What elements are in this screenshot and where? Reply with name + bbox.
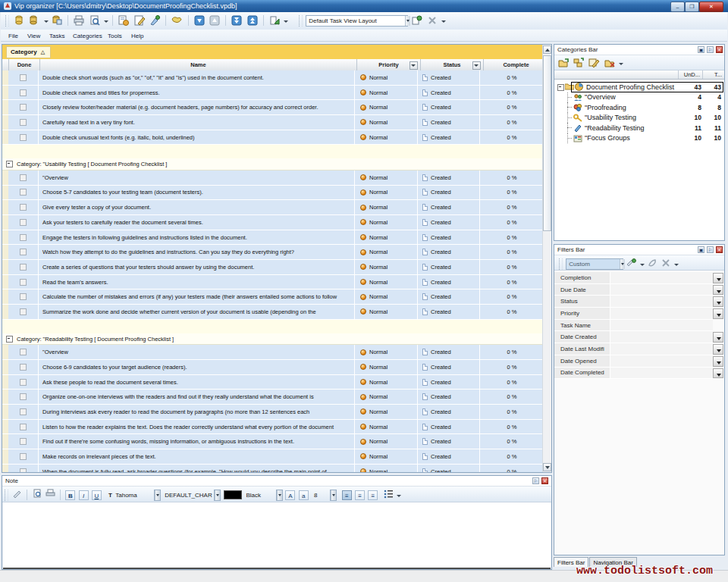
minimize-button[interactable]: – — [670, 2, 685, 12]
done-checkbox[interactable] — [8, 434, 39, 449]
delete-layout-icon[interactable] — [426, 14, 438, 27]
done-checkbox[interactable] — [8, 345, 39, 359]
decrease-font-size-icon[interactable]: a — [299, 490, 309, 500]
table-row[interactable]: During interviews ask every reader to re… — [2, 405, 544, 420]
collapse-node-icon[interactable] — [557, 84, 564, 91]
scroll-down-arrow-icon[interactable] — [543, 463, 551, 471]
table-row[interactable]: Organize one-on-one interviews with the … — [2, 390, 544, 405]
grid-vertical-scrollbar[interactable] — [542, 45, 551, 472]
font-size-dropdown[interactable] — [330, 490, 337, 501]
print-note-icon[interactable] — [46, 489, 55, 501]
done-checkbox[interactable] — [8, 375, 39, 390]
align-center-icon[interactable]: ≡ — [355, 490, 365, 500]
column-header-priority[interactable]: Priority — [357, 59, 421, 70]
table-row[interactable]: Listen to how the reader explains the te… — [2, 420, 544, 435]
close-button[interactable]: ✕ — [699, 2, 723, 12]
export-dropdown-icon[interactable] — [283, 14, 288, 27]
table-row[interactable]: Double check short words (such as "or," … — [2, 70, 544, 86]
column-header-status[interactable]: Status — [421, 59, 484, 70]
save-layout-icon[interactable] — [410, 14, 422, 27]
apply-filter-dropdown-icon[interactable] — [639, 258, 645, 270]
restore-icon[interactable]: ▣ — [698, 46, 704, 53]
tree-item-proofreading[interactable]: "Proofreading 8 8 — [554, 102, 724, 113]
delete-category-icon[interactable] — [604, 57, 616, 69]
done-checkbox[interactable] — [8, 171, 39, 185]
tree-item-focus-groups[interactable]: "Focus Groups 10 10 — [554, 133, 724, 144]
italic-button[interactable]: I — [79, 490, 89, 500]
align-right-icon[interactable]: ≡ — [368, 490, 378, 500]
table-row[interactable]: When the document is fully read, ask bro… — [2, 465, 544, 473]
open-database-icon[interactable] — [28, 14, 40, 27]
bold-button[interactable]: B — [65, 490, 75, 500]
priority-filter-icon[interactable] — [410, 61, 418, 70]
done-checkbox[interactable] — [8, 100, 39, 114]
filter-value[interactable] — [610, 355, 713, 368]
filters-overflow-icon[interactable] — [673, 258, 679, 270]
pin-icon[interactable]: ⚐ — [707, 246, 714, 253]
new-database-icon[interactable] — [13, 14, 25, 27]
print-icon[interactable] — [73, 14, 85, 27]
font-color-dropdown[interactable] — [276, 490, 283, 501]
filters-toolbar-grip[interactable] — [559, 258, 563, 270]
filter-value[interactable] — [610, 308, 713, 320]
table-row[interactable]: "OverviewNormalCreated0 % — [2, 171, 544, 186]
tree-item-readability-testing[interactable]: "Readability Testing 11 11 — [554, 123, 724, 133]
sort-ascending-icon[interactable]: △ — [41, 49, 45, 55]
tree-item-document-proofing-checklist[interactable]: Document Proofing Checklist 43 43 — [554, 82, 724, 92]
chevron-down-icon[interactable] — [713, 308, 723, 319]
done-checkbox[interactable] — [8, 405, 39, 419]
chevron-down-icon[interactable] — [215, 490, 220, 500]
table-row[interactable]: "OverviewNormalCreated0 % — [2, 345, 544, 360]
filter-value[interactable] — [610, 320, 713, 332]
done-checkbox[interactable] — [8, 245, 39, 259]
charset-dropdown[interactable] — [214, 490, 221, 501]
filter-value[interactable] — [610, 343, 713, 355]
table-row[interactable]: Ask your testers to carefully reader the… — [2, 215, 544, 230]
filter-field-status[interactable]: Status — [554, 296, 724, 308]
done-checkbox[interactable] — [8, 230, 39, 245]
filter-field-date-last-modified[interactable]: Date Last Modifi — [554, 343, 724, 355]
filter-preset-combo[interactable]: Custom — [566, 258, 623, 270]
table-row[interactable]: Double check unusual text fonts (e.g. it… — [2, 130, 544, 146]
delete-filter-icon[interactable] — [661, 258, 671, 270]
filter-value[interactable] — [610, 368, 713, 380]
done-checkbox[interactable] — [8, 289, 39, 304]
note-toolbar-grip[interactable] — [5, 490, 8, 501]
maximize-button[interactable]: ❐ — [685, 2, 699, 12]
underline-button[interactable]: U — [92, 490, 102, 500]
chevron-down-icon[interactable] — [620, 259, 625, 269]
print-preview-icon[interactable] — [89, 14, 101, 27]
filter-field-task-name[interactable]: Task Name — [554, 320, 724, 332]
group-header-usability-testing[interactable]: Category: "Usability Testing [ Document … — [2, 158, 544, 171]
menu-tools[interactable]: Tools — [108, 32, 122, 40]
scrollbar-thumb[interactable] — [543, 55, 551, 231]
done-checkbox[interactable] — [8, 130, 39, 145]
column-header-name[interactable]: Name — [40, 59, 357, 70]
categories-overflow-icon[interactable] — [618, 57, 623, 69]
menu-tasks[interactable]: Tasks — [49, 32, 64, 40]
done-checkbox[interactable] — [8, 115, 39, 130]
close-icon[interactable]: ✕ — [716, 46, 723, 53]
group-header-readability-testing[interactable]: Category: "Readability Testing [ Documen… — [2, 333, 544, 346]
chevron-down-icon[interactable] — [155, 490, 160, 500]
tree-item-overview[interactable]: "Overview 4 4 — [554, 92, 724, 103]
font-color-swatch[interactable] — [224, 490, 242, 499]
filter-field-date-completed[interactable]: Date Completed — [554, 368, 724, 380]
filter-field-completion[interactable]: Completion — [554, 272, 724, 284]
group-by-field-category[interactable]: Category△ — [6, 46, 51, 58]
scroll-up-arrow-icon[interactable] — [543, 45, 551, 54]
chevron-down-icon[interactable] — [713, 332, 723, 343]
mark-task-icon[interactable] — [149, 14, 161, 27]
font-name-dropdown[interactable] — [154, 490, 161, 501]
done-checkbox[interactable] — [8, 305, 39, 319]
collapse-group-icon[interactable] — [6, 161, 13, 167]
filter-value[interactable] — [610, 331, 713, 343]
column-header-complete[interactable]: Complete — [484, 59, 548, 70]
table-row[interactable]: Carefully read text in a very tiny font.… — [2, 115, 544, 130]
move-up-icon[interactable] — [209, 14, 221, 27]
done-checkbox[interactable] — [8, 275, 39, 289]
group-by-band[interactable]: Category△ — [2, 45, 544, 60]
note-editor[interactable] — [3, 502, 551, 569]
table-row[interactable]: Calculate the number of mistakes and err… — [2, 289, 544, 305]
new-category-icon[interactable] — [557, 57, 570, 69]
